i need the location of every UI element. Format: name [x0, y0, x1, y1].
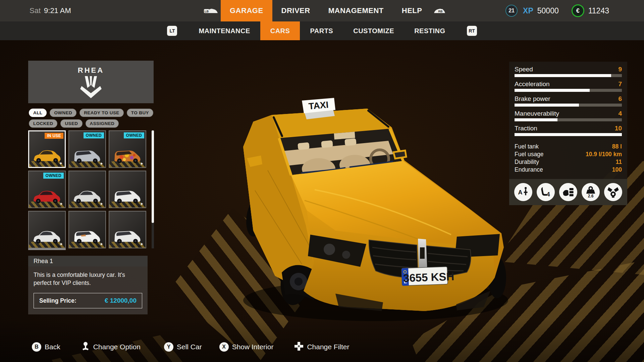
tab-cars[interactable]: CARS	[260, 21, 300, 40]
lt-trigger-icon[interactable]: LT	[167, 26, 177, 36]
car-thumbnail[interactable]: ✦	[68, 211, 106, 248]
tab-resting[interactable]: RESTING	[404, 21, 455, 40]
upgrade-sparkle-icon: ✦	[100, 161, 103, 166]
action-label: Change Filter	[307, 343, 349, 351]
filter-ready-to-use[interactable]: READY TO USE	[79, 109, 124, 117]
tab-customize[interactable]: CUSTOMIZE	[343, 21, 404, 40]
spec-endurance: Endurance100	[515, 166, 622, 174]
tab-maintenance[interactable]: MAINTENANCE	[189, 21, 260, 40]
dpad-icon	[294, 342, 304, 353]
upgrade-sparkle-icon: ✦	[100, 201, 103, 206]
upgrade-sparkle-icon: ✦	[140, 201, 144, 206]
main-nav: LB GARAGE DRIVER MANAGEMENT HELP RB	[201, 0, 451, 21]
stat-bar	[515, 118, 622, 121]
selling-price-value: € 12000,00	[105, 297, 137, 304]
grid-horizontal-scroll-indicator[interactable]	[28, 248, 66, 250]
action-label: Sell Car	[177, 343, 202, 351]
taxi-car: E 3655 KSH TAXI	[243, 98, 506, 311]
tab-parts[interactable]: PARTS	[300, 21, 343, 40]
stat-bar	[515, 89, 622, 92]
car-thumb-image	[32, 186, 62, 205]
stat-bar	[515, 133, 622, 136]
xp-label: XP	[523, 6, 533, 15]
spec-fuel-usage: Fuel usage10.9 l/100 km	[515, 150, 622, 158]
vehicle-specs: Fuel tank88 l Fuel usage10.9 l/100 km Du…	[509, 139, 627, 175]
garage-sub-nav: LT MAINTENANCE CARS PARTS CUSTOMIZE REST…	[0, 21, 644, 40]
selected-car-info: Rhea 1 This is a comfortable luxury car.…	[28, 256, 148, 314]
tab-management[interactable]: MANAGEMENT	[319, 0, 393, 21]
action-show-interior[interactable]: X Show Interior	[219, 342, 274, 352]
x-button-icon: X	[219, 342, 229, 352]
filter-used[interactable]: USED	[60, 119, 82, 128]
license-plate: E 3655 KSH	[401, 266, 454, 286]
action-sell-car[interactable]: Y Sell Car	[164, 342, 202, 352]
tab-driver[interactable]: DRIVER	[272, 0, 319, 21]
selling-price-label: Selling Price:	[39, 297, 76, 304]
stat-brake-power: Brake power6	[509, 95, 627, 107]
car-thumb-image-graffiti	[112, 146, 143, 165]
svg-text:LB: LB	[205, 10, 209, 13]
car-thumb-image	[32, 226, 62, 245]
lb-shoulder-button-icon[interactable]: LB	[203, 7, 218, 15]
car-thumbnail[interactable]: ✦	[109, 211, 146, 248]
b-button-icon: B	[32, 342, 41, 352]
stat-value: 7	[618, 80, 622, 88]
filter-all[interactable]: ALL	[29, 109, 47, 117]
xp-value: 50000	[537, 6, 559, 15]
grid-scrollbar-thumb[interactable]	[152, 130, 154, 223]
stat-speed: Speed9	[509, 66, 627, 77]
car-thumbnail[interactable]: ✦	[109, 171, 146, 208]
money-value: 11243	[588, 6, 609, 15]
action-change-filter[interactable]: Change Filter	[294, 342, 349, 353]
action-back[interactable]: B Back	[32, 342, 60, 352]
selling-price-box: Selling Price: € 12000,00	[34, 293, 142, 308]
taxi-roof-sign: TAXI	[302, 98, 335, 119]
automatic-transmission-icon: A	[514, 183, 532, 201]
weight-icon: 2.6	[582, 183, 600, 201]
game-clock: Sat 9:21 AM	[30, 0, 71, 21]
car-filter-chips: ALL OWNED READY TO USE TO BUY LOCKED USE…	[29, 109, 157, 128]
filter-assigned[interactable]: ASSIGNED	[86, 119, 119, 128]
status-badge: OWNED	[124, 132, 145, 138]
stat-value: 4	[618, 110, 622, 117]
stat-label: Traction	[515, 125, 537, 132]
status-badge: OWNED	[84, 132, 104, 138]
car-thumb-image	[72, 186, 103, 205]
stat-label: Maneuverability	[515, 110, 559, 117]
rb-shoulder-button-icon[interactable]: RB	[434, 7, 448, 15]
brand-logo-icon	[80, 76, 102, 98]
vehicle-3d-viewport[interactable]: E 3655 KSH TAXI	[235, 90, 510, 322]
car-thumbnail[interactable]: OWNED ✦	[68, 130, 106, 168]
upgrade-sparkle-icon: ✦	[140, 161, 144, 166]
svg-text:TAXI: TAXI	[308, 100, 329, 111]
car-thumbnail[interactable]: ✦	[28, 211, 66, 248]
tab-help[interactable]: HELP	[393, 0, 431, 21]
vehicle-feature-icons: A 4 2.6	[509, 179, 627, 205]
stat-value: 10	[615, 125, 622, 132]
car-thumbnail[interactable]: ✦	[68, 171, 106, 208]
stat-label: Acceleration	[515, 80, 550, 88]
car-thumb-image	[72, 226, 103, 245]
stat-value: 9	[618, 66, 622, 73]
car-thumb-image	[112, 226, 143, 245]
spec-fuel-tank: Fuel tank88 l	[515, 143, 622, 150]
filter-to-buy[interactable]: TO BUY	[127, 109, 153, 117]
car-thumb-image	[72, 146, 103, 165]
car-thumb-image	[32, 145, 63, 164]
time-label: 9:21 AM	[44, 6, 71, 15]
y-button-icon: Y	[164, 342, 173, 352]
stat-traction: Traction10	[509, 125, 627, 136]
filter-locked[interactable]: LOCKED	[29, 119, 57, 128]
filter-owned[interactable]: OWNED	[50, 109, 76, 117]
seats-count-icon: 4	[537, 183, 555, 201]
car-thumbnail-selected[interactable]: IN USE ✦	[28, 130, 66, 168]
tab-garage[interactable]: GARAGE	[221, 0, 272, 21]
car-name: Rhea 1	[28, 256, 148, 266]
day-label: Sat	[30, 6, 41, 15]
car-thumbnail[interactable]: OWNED ✦	[28, 171, 66, 208]
stat-maneuverability: Maneuverability4	[509, 110, 627, 121]
rt-trigger-icon[interactable]: RT	[467, 26, 477, 36]
action-change-option[interactable]: Change Option	[81, 342, 141, 353]
stat-label: Brake power	[515, 95, 550, 103]
car-thumbnail[interactable]: OWNED ✦	[109, 130, 146, 168]
